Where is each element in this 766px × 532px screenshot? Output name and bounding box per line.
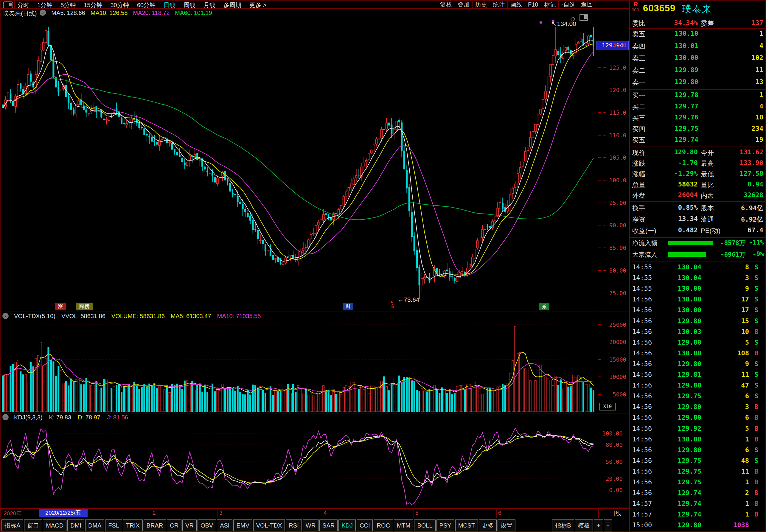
event-marker-2[interactable]: 财 bbox=[343, 303, 353, 310]
panel-divider bbox=[630, 237, 766, 238]
tick-vol-8: 108 bbox=[704, 349, 749, 357]
indicator-tile-TRIX[interactable]: TRIX bbox=[123, 519, 143, 531]
toolbar-button-5[interactable]: F10 bbox=[525, 1, 541, 8]
period-tab-7[interactable]: 周线 bbox=[184, 1, 195, 9]
indicator-tile-WR[interactable]: WR bbox=[303, 519, 318, 531]
period-tab-0[interactable]: 分时 bbox=[17, 1, 29, 9]
price-axis-tick bbox=[598, 112, 601, 113]
tick-time-13: 14:56 bbox=[632, 403, 652, 410]
stock-chart[interactable] bbox=[1, 1, 629, 532]
indicator-tile-BRAR[interactable]: BRAR bbox=[144, 519, 166, 531]
indicator-tile-CCI[interactable]: CCI bbox=[357, 519, 373, 531]
period-tab-3[interactable]: 15分钟 bbox=[84, 1, 102, 9]
bottom-tile-指标A[interactable]: 指标A bbox=[1, 519, 23, 531]
topbar-divider bbox=[14, 1, 15, 8]
indicator-tile-MCST[interactable]: MCST bbox=[455, 519, 478, 531]
kdj-label-3: J: 81.56 bbox=[107, 414, 128, 421]
event-marker-1[interactable]: 踩榜 bbox=[76, 303, 93, 310]
indicator-tile-更多[interactable]: 更多 bbox=[479, 519, 497, 531]
indicator-tile-BOLL[interactable]: BOLL bbox=[414, 519, 435, 531]
toolbar-button-3[interactable]: 统计 bbox=[490, 1, 508, 8]
tick-price-9: 129.80 bbox=[663, 360, 701, 368]
ask-row-1-vol: 13 bbox=[710, 78, 763, 85]
period-tab-5[interactable]: 60分钟 bbox=[137, 1, 156, 9]
tick-vol-23: 1 bbox=[704, 511, 749, 518]
tick-vol-1: 3 bbox=[704, 274, 749, 281]
flow-label-1: 大宗流入 bbox=[632, 251, 657, 259]
indicator-tile-DMI[interactable]: DMI bbox=[67, 519, 84, 531]
period-tabs: 分时1分钟5分钟15分钟30分钟60分钟日线周线月线多周期更多 > bbox=[17, 1, 266, 9]
toolbar-button-2[interactable]: 历史 bbox=[472, 1, 490, 8]
indicator-tile-FSL[interactable]: FSL bbox=[105, 519, 122, 531]
event-marker-3[interactable]: $▲ bbox=[388, 303, 397, 310]
quote-l2-0: 今开 bbox=[701, 148, 714, 157]
indicator-tile-KDJ[interactable]: KDJ bbox=[338, 519, 356, 531]
toolbar-button-8[interactable]: 返回 bbox=[578, 1, 596, 8]
period-tab-9[interactable]: 多周期 bbox=[223, 1, 241, 9]
info-l1-0: 换手 bbox=[632, 204, 645, 213]
selected-date[interactable]: 2020/12/25/五 bbox=[39, 509, 88, 517]
collapse-chevron-icon[interactable] bbox=[2, 313, 9, 319]
axis-divider bbox=[598, 8, 598, 509]
period-tab-10[interactable]: 更多 > bbox=[249, 1, 266, 9]
tick-time-1: 14:55 bbox=[632, 274, 652, 281]
toolbar-button-4[interactable]: 画线 bbox=[507, 1, 525, 8]
tick-time-10: 14:56 bbox=[632, 371, 652, 378]
ask-row-3-label: 卖三 bbox=[632, 54, 645, 63]
indicator-tile-VOL-TDX[interactable]: VOL-TDX bbox=[253, 519, 285, 531]
period-tab-8[interactable]: 月线 bbox=[203, 1, 215, 9]
period-tab-4[interactable]: 30分钟 bbox=[111, 1, 129, 9]
weibi-label: 委比 bbox=[632, 19, 645, 28]
indicator-tile-EMV[interactable]: EMV bbox=[233, 519, 252, 531]
volume-panel-header: VOL-TDX(5,10)VVOL: 58631.86VOLUME: 58631… bbox=[2, 313, 272, 320]
toolbar-button-0[interactable]: 复权 bbox=[437, 1, 455, 8]
indicator-tile-ASI[interactable]: ASI bbox=[217, 519, 232, 531]
period-tab-6[interactable]: 日线 bbox=[164, 1, 175, 9]
indicator-tile-设置[interactable]: 设置 bbox=[498, 519, 515, 531]
date-axis: 2020年 2020/12/25/五 23456 日线 bbox=[1, 509, 629, 518]
indicator-tile-MACD[interactable]: MACD bbox=[43, 519, 66, 531]
indicator-tile-MTM[interactable]: MTM bbox=[394, 519, 414, 531]
price-axis-dash bbox=[603, 180, 606, 181]
tick-time-22: 14:57 bbox=[632, 500, 652, 507]
volume-unit-label: X10 bbox=[599, 403, 616, 410]
indicator-tile-PSY[interactable]: PSY bbox=[436, 519, 454, 531]
indicator-tile-OBV[interactable]: OBV bbox=[198, 519, 216, 531]
collapse-chevron-icon[interactable] bbox=[40, 10, 46, 16]
price-axis-dash bbox=[603, 67, 606, 68]
price-axis-tick bbox=[598, 45, 601, 45]
bottom-tile-right-0[interactable]: 指标B bbox=[552, 519, 574, 531]
info-l1-1: 净资 bbox=[632, 215, 645, 224]
bottom-tile-窗口[interactable]: 窗口 bbox=[24, 519, 42, 531]
tick-flag-3: S bbox=[754, 295, 758, 303]
window-layout-icon[interactable] bbox=[3, 1, 13, 9]
vol-label-4: MA10: 71035.55 bbox=[217, 313, 261, 319]
event-marker-4[interactable]: 减 bbox=[539, 303, 549, 310]
tick-price-11: 129.80 bbox=[663, 382, 701, 389]
indicator-tile-CR[interactable]: CR bbox=[167, 519, 181, 531]
period-tab-1[interactable]: 1分钟 bbox=[37, 1, 52, 9]
event-marker-0[interactable]: 涨 bbox=[55, 303, 66, 310]
info-v1-2: 0.482 bbox=[654, 226, 698, 234]
period-tab-2[interactable]: 5分钟 bbox=[60, 1, 76, 9]
toolbar-button-7[interactable]: -自选 bbox=[558, 1, 578, 8]
kdj-label-1: K: 79.83 bbox=[49, 414, 72, 421]
toolbar-button-1[interactable]: 叠加 bbox=[455, 1, 473, 8]
indicator-tile-DMA[interactable]: DMA bbox=[85, 519, 104, 531]
toolbar-button-6[interactable]: 标记 bbox=[541, 1, 559, 8]
indicator-tile-SAR[interactable]: SAR bbox=[319, 519, 338, 531]
indicator-tile-RSI[interactable]: RSI bbox=[286, 519, 302, 531]
tick-time-19: 14:56 bbox=[632, 468, 652, 475]
indicator-tile-ROC[interactable]: ROC bbox=[374, 519, 393, 531]
bottom-tile-right-1[interactable]: 模板 bbox=[575, 519, 593, 531]
bottom-tile-right-2[interactable]: + bbox=[594, 519, 603, 531]
ask-row-2-vol: 11 bbox=[710, 66, 763, 74]
price-axis-tick bbox=[598, 67, 601, 68]
bottom-tile-right-3[interactable]: - bbox=[604, 519, 612, 531]
flow-bar-1 bbox=[668, 252, 706, 257]
indicator-tile-VR[interactable]: VR bbox=[182, 519, 197, 531]
month-tick-3 bbox=[414, 509, 414, 518]
collapse-chevron-icon[interactable] bbox=[2, 414, 9, 420]
bid-row-3-vol: 10 bbox=[710, 113, 763, 121]
panel-toggle-icon[interactable] bbox=[579, 14, 588, 21]
